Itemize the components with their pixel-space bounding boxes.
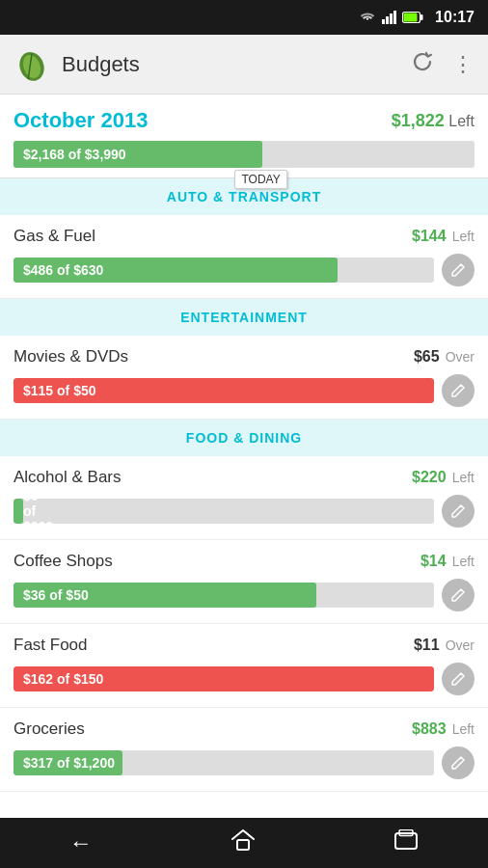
item-status: $220 Left [412,469,474,486]
total-progress-text: $2,168 of $3,990 [23,147,126,162]
budget-header: October 2013 $1,822 Left $2,168 of $3,99… [0,95,488,178]
svg-rect-2 [404,14,418,22]
item-progress-container: $317 of $1,200 [14,750,434,775]
item-status: $883 Left [412,720,474,738]
item-progress-container: $115 of $50 [14,378,434,403]
item-edit-button[interactable] [442,374,474,407]
item-status: $11 Over [414,637,474,654]
back-button[interactable]: ← [69,829,93,856]
status-time: 10:17 [435,9,474,26]
bottom-nav: ← [0,818,488,868]
budget-item: Movies & DVDs $65 Over $115 of $50 [0,336,488,420]
total-budget-progress: $2,168 of $3,990 TODAY [14,141,474,168]
svg-rect-6 [237,840,249,850]
item-progress-text: $317 of $1,200 [23,755,115,771]
item-name: Coffee Shops [14,552,113,571]
item-status-label: Left [452,721,474,737]
item-amount: $65 [414,348,440,366]
signal-icon [382,11,396,24]
svg-rect-1 [420,14,423,20]
item-progress-text: $0 of $220 [23,499,53,524]
budget-left-amount: $1,822 [392,111,445,130]
budget-item: Groceries $883 Left $317 of $1,200 [0,708,488,792]
item-status: $65 Over [414,348,474,366]
item-name: Groceries [14,719,85,739]
item-name: Movies & DVDs [14,347,128,366]
budget-item: Coffee Shops $14 Left $36 of $50 [0,540,488,624]
app-bar-actions: ⋮ [410,49,474,79]
item-progress-text: $162 of $150 [23,671,103,687]
categories-container: AUTO & TRANSPORT Gas & Fuel $144 Left $4… [0,178,488,792]
item-progress-bar: $0 of $220 [14,499,23,524]
item-progress-bar: $162 of $150 [14,666,434,692]
item-name: Alcohol & Bars [14,468,122,487]
refresh-button[interactable] [410,49,435,79]
total-progress-bar: $2,168 of $3,990 [14,141,262,168]
home-button[interactable] [230,828,256,857]
item-status-label: Left [452,554,474,569]
item-edit-button[interactable] [442,663,474,695]
item-status: $144 Left [412,228,474,245]
item-amount: $14 [420,553,447,570]
recents-button[interactable] [393,829,419,856]
main-content: October 2013 $1,822 Left $2,168 of $3,99… [0,95,488,818]
status-icons: 10:17 [359,9,474,26]
category-title: AUTO & TRANSPORT [167,189,321,204]
item-edit-button[interactable] [442,495,474,528]
item-name: Fast Food [14,636,88,655]
item-status-label: Left [452,470,474,485]
item-progress-container: $36 of $50 [14,583,434,608]
item-edit-button[interactable] [442,579,474,611]
wifi-icon [359,10,376,26]
budget-month: October 2013 [14,108,148,133]
item-progress-container: $0 of $220 [14,499,434,524]
category-header: FOOD & DINING [0,420,488,456]
budget-item: Fast Food $11 Over $162 of $150 [0,624,488,708]
category-header: ENTERTAINMENT [0,299,488,336]
item-progress-container: $162 of $150 [14,666,434,692]
item-amount: $220 [412,469,447,486]
budget-item: Gas & Fuel $144 Left $486 of $630 [0,215,488,299]
item-progress-text: $486 of $630 [23,262,103,278]
item-progress-text: $115 of $50 [23,383,96,398]
app-title: Budgets [62,52,410,77]
item-status: $14 Left [420,553,474,570]
item-amount: $883 [412,720,447,738]
item-status-label: Left [452,229,474,244]
budget-item: Alcohol & Bars $220 Left $0 of $220 [0,456,488,540]
app-logo [14,46,50,83]
status-bar: 10:17 [0,0,488,35]
more-options-button[interactable]: ⋮ [452,52,474,77]
budget-summary: $1,822 Left [392,111,474,131]
item-name: Gas & Fuel [14,227,95,246]
item-amount: $11 [414,637,440,654]
category-title: FOOD & DINING [186,430,302,446]
item-status-label: Over [446,349,474,365]
item-progress-text: $36 of $50 [23,587,89,603]
item-progress-bar: $115 of $50 [14,378,434,403]
app-bar: Budgets ⋮ [0,35,488,95]
item-progress-bar: $317 of $1,200 [14,750,122,775]
item-amount: $144 [412,228,447,245]
category-title: ENTERTAINMENT [180,310,308,325]
item-edit-button[interactable] [442,746,474,779]
item-edit-button[interactable] [442,254,474,286]
battery-icon [402,11,423,24]
item-progress-bar: $36 of $50 [14,583,316,608]
item-progress-container: $486 of $630 [14,258,434,283]
item-status-label: Over [446,637,474,653]
budget-left-label: Left [445,113,474,129]
item-progress-bar: $486 of $630 [14,258,338,283]
today-marker: TODAY [234,170,286,189]
